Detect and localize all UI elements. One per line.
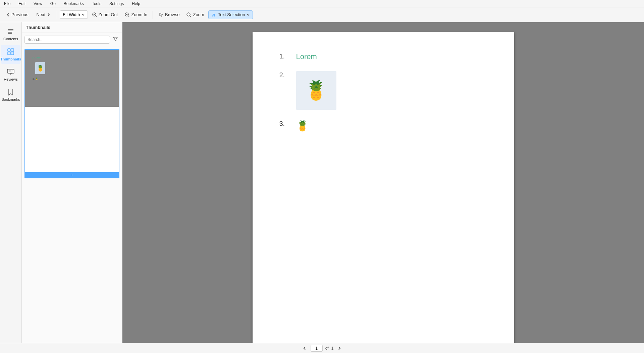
bottom-bar: of 1 <box>0 343 644 353</box>
list-number-1: 1. <box>279 52 296 60</box>
list-text-lorem[interactable]: Lorem <box>296 52 317 61</box>
page-number-input[interactable] <box>311 345 323 352</box>
zoom-out-label: Zoom Out <box>99 12 118 17</box>
list-number-3: 3. <box>279 120 296 128</box>
svg-point-7 <box>187 13 190 16</box>
zoom-out-icon <box>92 12 97 17</box>
menu-file[interactable]: File <box>3 1 12 7</box>
sidebar-item-bookmarks[interactable]: Bookmarks <box>1 85 20 104</box>
svg-rect-18 <box>11 52 14 55</box>
menu-bookmarks[interactable]: Bookmarks <box>62 1 85 7</box>
filter-icon <box>113 36 118 42</box>
pineapple-party-emoji: 🍍 <box>305 80 328 101</box>
menu-help[interactable]: Help <box>130 1 142 7</box>
prev-button[interactable]: Previous <box>3 11 32 18</box>
list-item-1: 1. Lorem <box>279 52 487 61</box>
text-selection-label: Text Selection <box>218 12 245 17</box>
svg-text:I: I <box>214 13 215 17</box>
menu-edit[interactable]: Edit <box>17 1 27 7</box>
page-total-label: 1 <box>331 346 334 351</box>
text-selection-button[interactable]: A I Text Selection <box>208 10 253 19</box>
list-number-2: 2. <box>279 71 296 79</box>
svg-rect-17 <box>8 52 10 55</box>
pineapple-party-image: 🍍 <box>296 71 336 110</box>
thumbnails-label: Thumbnails <box>0 57 21 61</box>
sep-2 <box>153 11 153 19</box>
chevron-left-icon <box>6 13 10 17</box>
list-item-3: 3. 🍍 <box>279 120 487 132</box>
contents-icon <box>7 28 15 36</box>
search-container <box>22 33 122 46</box>
thumbnails-list[interactable]: 1. Lorem 🍍 3. 🍍 1 <box>22 46 122 353</box>
next-label: Next <box>37 12 46 17</box>
zoom-view-button[interactable]: Zoom <box>183 11 207 19</box>
zoom-in-button[interactable]: Zoom In <box>122 11 150 19</box>
page-next-icon <box>337 346 341 350</box>
contents-label: Contents <box>3 37 18 41</box>
browse-button[interactable]: Browse <box>156 11 182 19</box>
pineapple-small-emoji: 🍍 <box>296 120 309 132</box>
thumbnails-panel: Thumbnails 1. Lorem 🍍 3. 🍍 <box>22 22 122 353</box>
text-selection-icon: A I <box>211 12 217 17</box>
svg-rect-15 <box>8 49 10 51</box>
chevron-right-icon <box>47 13 51 17</box>
svg-rect-16 <box>11 49 14 51</box>
sidebar-icons: Contents Thumbnails Reviews Bookmar <box>0 22 22 353</box>
menu-go[interactable]: Go <box>49 1 57 7</box>
sidebar-item-contents[interactable]: Contents <box>1 25 20 44</box>
reviews-icon <box>7 68 15 76</box>
svg-line-6 <box>128 16 129 17</box>
zoom-in-label: Zoom In <box>131 12 147 17</box>
search-input[interactable] <box>24 36 110 44</box>
sep-1 <box>57 11 57 19</box>
filter-button[interactable] <box>111 35 119 44</box>
text-selection-dropdown-icon <box>247 13 250 16</box>
chevron-down-icon <box>82 13 85 16</box>
pdf-viewer[interactable]: 1. Lorem 2. 🍍 3. 🍍 <box>122 22 644 353</box>
page-prev-icon <box>303 346 307 350</box>
zoom-view-label: Zoom <box>193 12 204 17</box>
thumbnails-panel-title: Thumbnails <box>22 22 122 33</box>
next-button[interactable]: Next <box>33 11 54 18</box>
page-prev-button[interactable] <box>301 345 308 352</box>
bookmarks-label: Bookmarks <box>1 97 20 101</box>
sidebar-item-reviews[interactable]: Reviews <box>1 65 20 84</box>
zoom-select[interactable]: Fit Width <box>60 10 88 19</box>
prev-label: Previous <box>11 12 29 17</box>
thumbnail-top-area: 1. Lorem 🍍 3. 🍍 <box>25 50 119 107</box>
zoom-out-button[interactable]: Zoom Out <box>89 11 121 19</box>
pdf-content-list: 1. Lorem 2. 🍍 3. 🍍 <box>279 52 487 132</box>
zoom-in-icon <box>124 12 130 17</box>
browse-label: Browse <box>165 12 179 17</box>
reviews-label: Reviews <box>4 77 18 81</box>
thumbnails-icon <box>7 48 15 56</box>
menu-view[interactable]: View <box>32 1 44 7</box>
zoom-label: Fit Width <box>63 12 80 17</box>
menu-settings[interactable]: Settings <box>108 1 125 7</box>
list-item-2: 2. 🍍 <box>279 71 487 110</box>
thumbnail-page-1[interactable]: 1. Lorem 🍍 3. 🍍 1 <box>24 49 119 178</box>
pdf-page: 1. Lorem 2. 🍍 3. 🍍 <box>253 32 514 353</box>
toolbar: Previous Next Fit Width Zoom Out Zoom In… <box>0 7 644 22</box>
thumbnail-mini-content: 1. Lorem 🍍 3. 🍍 <box>29 54 115 83</box>
cursor-icon <box>158 12 164 17</box>
bookmarks-icon <box>7 88 15 96</box>
thumbnail-page-num: 1 <box>25 172 119 178</box>
page-of-label: of <box>325 346 329 351</box>
sidebar-item-thumbnails[interactable]: Thumbnails <box>1 45 20 64</box>
menu-bar: File Edit View Go Bookmarks Tools Settin… <box>0 0 644 7</box>
main-layout: Contents Thumbnails Reviews Bookmar <box>0 22 644 353</box>
page-next-button[interactable] <box>336 345 343 352</box>
zoom-view-icon <box>186 12 192 17</box>
svg-line-8 <box>190 16 191 17</box>
thumbnail-bottom-area <box>25 107 119 172</box>
svg-line-2 <box>96 16 97 17</box>
menu-tools[interactable]: Tools <box>91 1 103 7</box>
